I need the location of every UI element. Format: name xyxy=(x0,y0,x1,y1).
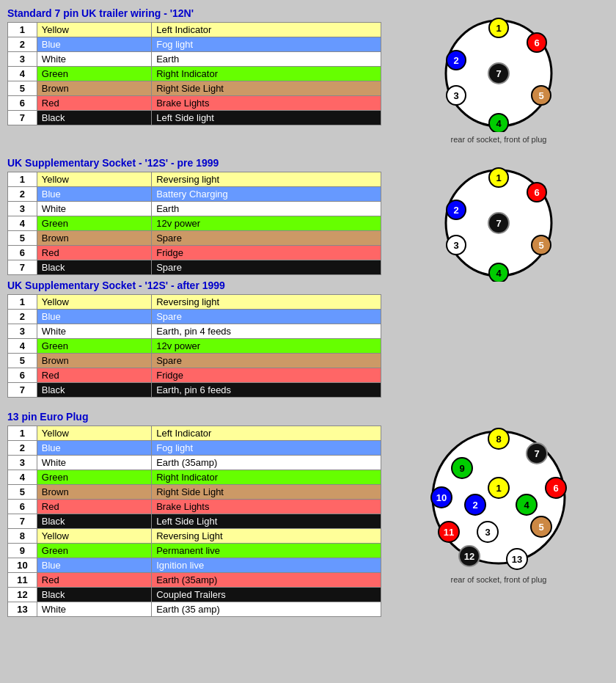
wire-color: Red xyxy=(37,368,151,383)
wire-desc: Spare xyxy=(152,260,381,275)
svg-text:7: 7 xyxy=(496,218,501,229)
section-13pin: 13 pin Euro Plug 1 Yellow Left Indicator… xyxy=(7,411,609,617)
wire-desc: Earth, pin 4 feeds xyxy=(152,324,381,339)
wire-color: Black xyxy=(37,588,151,602)
svg-text:2: 2 xyxy=(453,205,458,216)
pin-number: 7 xyxy=(8,260,37,275)
pin-number: 1 xyxy=(8,172,37,187)
pin-number: 5 xyxy=(8,354,37,368)
svg-text:5: 5 xyxy=(538,240,543,251)
table-12n: 1 Yellow Left Indicator 2 Blue Fog light… xyxy=(7,22,381,125)
wire-color: Brown xyxy=(37,231,151,246)
svg-text:1: 1 xyxy=(496,483,501,494)
table-row: 7 Black Earth, pin 6 feeds xyxy=(8,383,381,398)
pin-number: 4 xyxy=(8,339,37,354)
wire-desc: Right Side Light xyxy=(152,81,381,96)
section-12n-left: Standard 7 pin UK trailer wiring - '12N'… xyxy=(7,7,389,125)
diagram-7pin-label: rear of socket, front of plug xyxy=(451,135,547,144)
wire-desc: Left Indicator xyxy=(152,426,381,441)
svg-text:10: 10 xyxy=(436,492,447,503)
pin-number: 5 xyxy=(8,231,37,246)
table-row: 1 Yellow Left Indicator xyxy=(8,23,381,37)
svg-text:2: 2 xyxy=(472,500,477,511)
table-row: 2 Blue Fog light xyxy=(8,441,381,456)
table-12s-pre: 1 Yellow Reversing light 2 Blue Battery … xyxy=(7,172,381,275)
table-row: 4 Green Right Indicator xyxy=(8,67,381,81)
pin-number: 4 xyxy=(8,216,37,231)
pin-number: 8 xyxy=(8,529,37,544)
svg-text:6: 6 xyxy=(534,187,539,198)
pin-number: 9 xyxy=(8,544,37,558)
table-row: 1 Yellow Reversing light xyxy=(8,295,381,310)
pin-number: 2 xyxy=(8,441,37,456)
wire-color: Green xyxy=(37,339,151,354)
table-row: 4 Green Right Indicator xyxy=(8,470,381,485)
wire-desc: Right Side Light xyxy=(152,485,381,500)
pin-number: 10 xyxy=(8,558,37,573)
svg-text:6: 6 xyxy=(553,483,558,494)
diagram-13pin-label: rear of socket, front of plug xyxy=(451,575,547,584)
wire-desc: Earth (35amp) xyxy=(152,456,381,470)
svg-text:3: 3 xyxy=(453,240,458,251)
wire-desc: Fog light xyxy=(152,441,381,456)
svg-text:5: 5 xyxy=(538,522,543,533)
pin-number: 13 xyxy=(8,602,37,617)
table-row: 6 Red Fridge xyxy=(8,246,381,260)
wire-desc: Fridge xyxy=(152,246,381,260)
pin-number: 6 xyxy=(8,96,37,111)
section-13pin-diagram: 8 7 9 6 1 10 2 4 11 xyxy=(389,411,609,584)
wire-color: Brown xyxy=(37,81,151,96)
wire-desc: Earth (35amp) xyxy=(152,573,381,588)
wire-desc: Fridge xyxy=(152,368,381,383)
pin-number: 7 xyxy=(8,111,37,125)
wire-desc: 12v power xyxy=(152,216,381,231)
wire-desc: Brake Lights xyxy=(152,500,381,514)
diagram-13pin: 8 7 9 6 1 10 2 4 11 xyxy=(425,418,572,572)
section-13pin-title: 13 pin Euro Plug xyxy=(7,411,389,423)
wire-desc: Right Indicator xyxy=(152,67,381,81)
wire-color: Green xyxy=(37,470,151,485)
wire-color: White xyxy=(37,602,151,617)
wire-color: Blue xyxy=(37,558,151,573)
table-row: 1 Yellow Reversing light xyxy=(8,172,381,187)
svg-text:9: 9 xyxy=(459,463,464,474)
wire-color: Brown xyxy=(37,485,151,500)
svg-text:11: 11 xyxy=(444,527,454,538)
wire-color: White xyxy=(37,202,151,216)
svg-text:4: 4 xyxy=(524,500,529,511)
pin-number: 1 xyxy=(8,23,37,37)
svg-text:8: 8 xyxy=(496,434,501,445)
diagram-7pin2: 1 2 6 7 3 5 4 xyxy=(440,164,557,282)
svg-text:13: 13 xyxy=(512,554,522,565)
table-row: 5 Brown Spare xyxy=(8,354,381,368)
section-12s-pre-title: UK Supplementary Socket - '12S' - pre 19… xyxy=(7,157,389,169)
wire-desc: Left Side light xyxy=(152,111,381,125)
svg-text:2: 2 xyxy=(453,55,458,66)
wire-desc: Ignition live xyxy=(152,558,381,573)
section-12s-post-title: UK Supplementary Socket - '12S' - after … xyxy=(7,280,389,291)
pin-number: 6 xyxy=(8,246,37,260)
wire-color: Black xyxy=(37,260,151,275)
wire-color: Yellow xyxy=(37,23,151,37)
wire-color: Red xyxy=(37,500,151,514)
table-row: 6 Red Fridge xyxy=(8,368,381,383)
wire-color: White xyxy=(37,324,151,339)
wire-desc: Earth, pin 6 feeds xyxy=(152,383,381,398)
pin-number: 1 xyxy=(8,426,37,441)
table-row: 4 Green 12v power xyxy=(8,216,381,231)
pin-number: 2 xyxy=(8,37,37,52)
svg-text:4: 4 xyxy=(496,268,502,279)
table-row: 5 Brown Spare xyxy=(8,231,381,246)
table-row: 13 White Earth (35 amp) xyxy=(8,602,381,617)
svg-text:3: 3 xyxy=(453,90,458,101)
table-row: 7 Black Spare xyxy=(8,260,381,275)
pin-number: 7 xyxy=(8,514,37,529)
wire-color: Red xyxy=(37,246,151,260)
pin-number: 6 xyxy=(8,500,37,514)
wire-color: Black xyxy=(37,514,151,529)
wire-color: Yellow xyxy=(37,172,151,187)
wire-color: Blue xyxy=(37,37,151,52)
wire-color: Blue xyxy=(37,441,151,456)
wire-color: Blue xyxy=(37,310,151,324)
wire-color: Black xyxy=(37,111,151,125)
